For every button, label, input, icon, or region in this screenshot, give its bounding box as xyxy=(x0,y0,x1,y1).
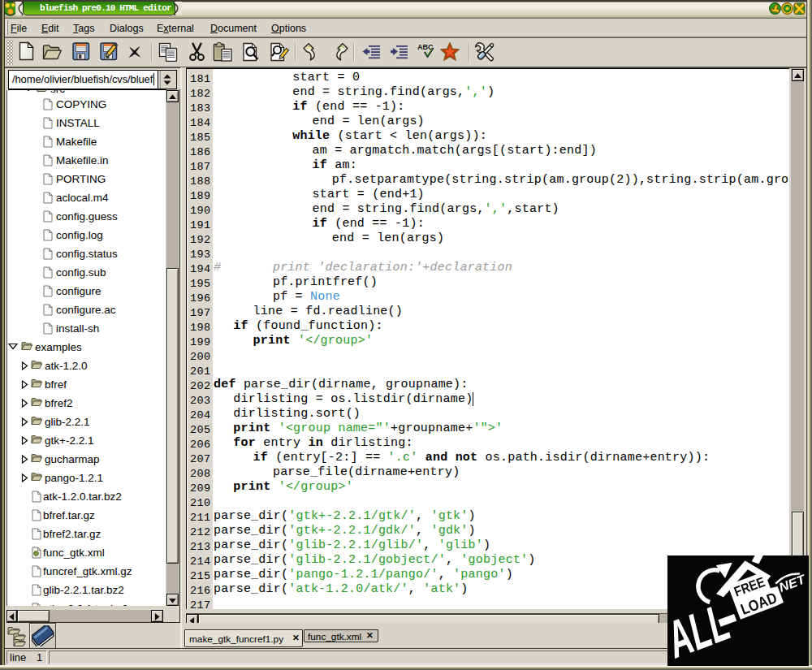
svg-text:NET: NET xyxy=(777,573,808,595)
svg-text:ALL: ALL xyxy=(667,593,737,666)
